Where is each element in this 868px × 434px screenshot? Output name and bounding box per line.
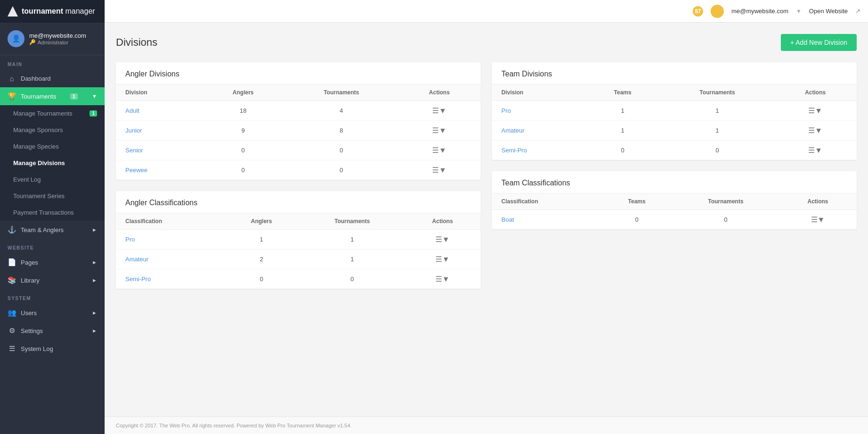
sidebar-item-team-anglers[interactable]: ⚓ Team & Anglers ►	[0, 221, 105, 239]
team-cls-name[interactable]: Boat	[492, 210, 601, 230]
col-classification: Classification	[116, 213, 223, 230]
table-row: Pro 1 1 ☰▼	[492, 101, 857, 121]
team-division-name[interactable]: Amateur	[492, 121, 585, 141]
email-dropdown-icon[interactable]: ▼	[796, 8, 802, 15]
table-row: Peewee 0 0 ☰▼	[116, 160, 481, 180]
external-link-icon: ↗	[855, 8, 860, 15]
library-chevron-icon: ►	[92, 277, 97, 283]
table-row: Amateur 1 1 ☰▼	[492, 121, 857, 141]
pages-chevron-icon: ►	[92, 259, 97, 265]
team-anglers-label: Team & Anglers	[21, 226, 64, 234]
manage-sponsors-label: Manage Sponsors	[13, 126, 63, 134]
action-menu-icon[interactable]: ☰▼	[435, 235, 450, 243]
table-row: Boat 0 0 ☰▼	[492, 210, 857, 230]
col-team-actions: Actions	[774, 84, 857, 101]
angler-cls-tournaments: 1	[300, 250, 404, 269]
team-divisions-table: Division Teams Tournaments Actions Pro 1…	[492, 84, 857, 160]
sidebar-item-library[interactable]: 📚 Library ►	[0, 271, 105, 289]
action-menu-icon[interactable]: ☰▼	[432, 107, 446, 115]
sidebar-user: 👤 me@mywebsite.com 🔑 Administrator	[0, 23, 105, 55]
col-team-division: Division	[492, 84, 585, 101]
team-division-teams: 1	[585, 121, 661, 141]
team-cls-teams: 0	[601, 210, 672, 230]
team-classifications-table: Classification Teams Tournaments Actions…	[492, 193, 857, 229]
sidebar-item-payment-transactions[interactable]: Payment Transactions	[0, 204, 105, 221]
sidebar-item-users[interactable]: 👥 Users ►	[0, 304, 105, 322]
add-new-division-button[interactable]: + Add New Division	[781, 34, 857, 51]
angler-classifications-card: Angler Classifications Classification An…	[116, 191, 481, 289]
action-menu-icon[interactable]: ☰▼	[811, 216, 825, 224]
col-anglers-cls: Anglers	[223, 213, 300, 230]
action-menu-icon[interactable]: ☰▼	[435, 275, 450, 283]
col-team-cls: Classification	[492, 193, 601, 210]
settings-label: Settings	[21, 327, 43, 334]
sidebar-item-manage-tournaments[interactable]: Manage Tournaments 1	[0, 105, 105, 122]
notification-count: 87	[693, 6, 703, 17]
action-menu-icon[interactable]: ☰▼	[435, 255, 450, 263]
team-division-teams: 0	[585, 141, 661, 160]
table-row: Amateur 2 1 ☰▼	[116, 250, 481, 269]
team-classifications-card: Team Classifications Classification Team…	[492, 171, 857, 229]
table-row: Pro 1 1 ☰▼	[116, 230, 481, 250]
sidebar-item-manage-divisions[interactable]: Manage Divisions	[0, 155, 105, 171]
col-division: Division	[116, 84, 202, 101]
users-chevron-icon: ►	[92, 310, 97, 316]
home-icon: ⌂	[8, 75, 16, 83]
system-log-icon: ☰	[8, 344, 16, 353]
team-division-name[interactable]: Semi-Pro	[492, 141, 585, 160]
team-cls-tournaments: 0	[672, 210, 779, 230]
sidebar-item-manage-species[interactable]: Manage Species	[0, 138, 105, 155]
sidebar-item-tournaments[interactable]: 🏆 Tournaments 1 ▼	[0, 87, 105, 105]
col-tournaments-cls: Tournaments	[300, 213, 404, 230]
angler-cls-anglers: 0	[223, 269, 300, 289]
col-tournaments: Tournaments	[285, 84, 398, 101]
open-website-link[interactable]: Open Website	[809, 8, 848, 15]
angler-division-name[interactable]: Junior	[116, 121, 202, 141]
angler-division-name[interactable]: Senior	[116, 141, 202, 160]
sidebar-item-tournament-series[interactable]: Tournament Series	[0, 188, 105, 204]
angler-cls-name[interactable]: Semi-Pro	[116, 269, 223, 289]
action-menu-icon[interactable]: ☰▼	[432, 146, 446, 154]
team-division-teams: 1	[585, 101, 661, 121]
library-icon: 📚	[8, 276, 16, 284]
col-actions-cls: Actions	[404, 213, 481, 230]
team-division-tournaments: 1	[661, 101, 774, 121]
footer: Copyright © 2017. The Web Pro. All right…	[105, 417, 868, 434]
team-division-name[interactable]: Pro	[492, 101, 585, 121]
action-menu-icon[interactable]: ☰▼	[432, 126, 446, 134]
main-content: Divisions + Add New Division Angler Divi…	[105, 23, 868, 417]
sidebar-item-pages[interactable]: 📄 Pages ►	[0, 253, 105, 271]
content-grid: Angler Divisions Division Anglers Tourna…	[116, 62, 857, 289]
key-icon: 🔑	[29, 39, 36, 45]
sidebar-item-dashboard[interactable]: ⌂ Dashboard	[0, 70, 105, 87]
brand-logo-icon	[8, 6, 18, 17]
anchor-icon: ⚓	[8, 225, 16, 234]
col-team-cls-teams: Teams	[601, 193, 672, 210]
action-menu-icon[interactable]: ☰▼	[432, 166, 446, 174]
angler-division-tournaments: 4	[285, 101, 398, 121]
right-column: Team Divisions Division Teams Tournament…	[492, 62, 857, 229]
angler-cls-tournaments: 1	[300, 230, 404, 250]
action-menu-icon[interactable]: ☰▼	[808, 126, 822, 134]
angler-division-anglers: 0	[202, 160, 285, 180]
action-menu-icon[interactable]: ☰▼	[808, 107, 822, 115]
sidebar-user-name: me@mywebsite.com	[29, 32, 86, 39]
table-row: Adult 18 4 ☰▼	[116, 101, 481, 121]
sidebar-item-system-log[interactable]: ☰ System Log	[0, 340, 105, 358]
team-anglers-chevron-icon: ►	[92, 227, 97, 233]
brand-name: tournament manager	[22, 7, 95, 16]
angler-division-name[interactable]: Adult	[116, 101, 202, 121]
sidebar-item-settings[interactable]: ⚙ Settings ►	[0, 322, 105, 340]
action-menu-icon[interactable]: ☰▼	[808, 146, 822, 154]
sidebar-item-manage-sponsors[interactable]: Manage Sponsors	[0, 122, 105, 138]
angler-cls-name[interactable]: Amateur	[116, 250, 223, 269]
team-divisions-card: Team Divisions Division Teams Tournament…	[492, 62, 857, 160]
angler-cls-name[interactable]: Pro	[116, 230, 223, 250]
tournaments-badge: 1	[70, 93, 78, 100]
footer-text: Copyright © 2017. The Web Pro. All right…	[116, 423, 352, 428]
sidebar-item-event-log[interactable]: Event Log	[0, 171, 105, 188]
users-label: Users	[21, 309, 37, 317]
topbar-user-email[interactable]: me@mywebsite.com	[731, 8, 788, 15]
angler-division-name[interactable]: Peewee	[116, 160, 202, 180]
sidebar-dashboard-label: Dashboard	[21, 75, 51, 82]
